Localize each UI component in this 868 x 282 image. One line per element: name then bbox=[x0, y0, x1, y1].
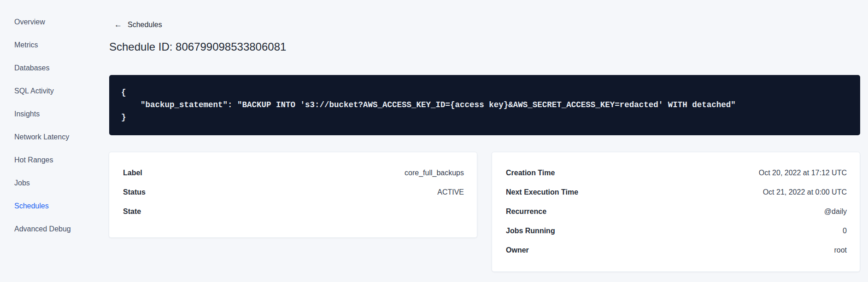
table-row: Jobs Running 0 bbox=[506, 221, 847, 241]
recurrence-row-value: @daily bbox=[824, 207, 847, 216]
next-execution-row-value: Oct 21, 2022 at 0:00 UTC bbox=[763, 188, 847, 196]
sidebar-item-hot-ranges[interactable]: Hot Ranges bbox=[14, 149, 109, 172]
sidebar-item-sql-activity[interactable]: SQL Activity bbox=[14, 80, 109, 103]
jobs-running-row-label: Jobs Running bbox=[506, 227, 555, 235]
backup-statement-code-block: { "backup_statement": "BACKUP INTO 's3:/… bbox=[109, 75, 860, 135]
creation-time-row-value: Oct 20, 2022 at 17:12 UTC bbox=[759, 169, 847, 177]
next-execution-row-label: Next Execution Time bbox=[506, 188, 578, 196]
sidebar-item-metrics[interactable]: Metrics bbox=[14, 34, 109, 57]
table-row: Recurrence @daily bbox=[506, 202, 847, 221]
label-row-label: Label bbox=[123, 169, 142, 177]
sidebar-item-advanced-debug[interactable]: Advanced Debug bbox=[14, 218, 109, 241]
back-link-label: Schedules bbox=[128, 20, 162, 29]
schedule-details-card: Label core_full_backups Status ACTIVE St… bbox=[109, 152, 477, 238]
main-content: ← Schedules Schedule ID: 806799098533806… bbox=[109, 0, 860, 272]
owner-row-label: Owner bbox=[506, 246, 529, 254]
sidebar-item-network-latency[interactable]: Network Latency bbox=[14, 126, 109, 149]
status-row-value: ACTIVE bbox=[437, 188, 464, 196]
table-row: Next Execution Time Oct 21, 2022 at 0:00… bbox=[506, 183, 847, 202]
backup-statement-code: { "backup_statement": "BACKUP INTO 's3:/… bbox=[121, 86, 848, 124]
table-row: State bbox=[123, 202, 464, 221]
table-row: Label core_full_backups bbox=[123, 163, 464, 183]
schedule-timing-card: Creation Time Oct 20, 2022 at 17:12 UTC … bbox=[492, 152, 860, 272]
sidebar-nav: Overview Metrics Databases SQL Activity … bbox=[0, 0, 109, 282]
sidebar-item-databases[interactable]: Databases bbox=[14, 57, 109, 80]
status-row-label: Status bbox=[123, 188, 146, 196]
table-row: Status ACTIVE bbox=[123, 183, 464, 202]
sidebar-item-overview[interactable]: Overview bbox=[14, 11, 109, 34]
back-to-schedules-link[interactable]: ← Schedules bbox=[114, 20, 162, 29]
recurrence-row-label: Recurrence bbox=[506, 207, 546, 216]
creation-time-row-label: Creation Time bbox=[506, 169, 555, 177]
detail-cards: Label core_full_backups Status ACTIVE St… bbox=[109, 152, 860, 272]
owner-row-value: root bbox=[834, 246, 847, 254]
back-arrow-icon: ← bbox=[114, 20, 122, 29]
table-row: Creation Time Oct 20, 2022 at 17:12 UTC bbox=[506, 163, 847, 183]
sidebar-item-schedules[interactable]: Schedules bbox=[14, 195, 109, 218]
state-row-label: State bbox=[123, 207, 141, 216]
page-title: Schedule ID: 806799098533806081 bbox=[109, 40, 860, 54]
jobs-running-row-value: 0 bbox=[843, 227, 847, 235]
sidebar-item-insights[interactable]: Insights bbox=[14, 103, 109, 126]
label-row-value: core_full_backups bbox=[405, 169, 464, 177]
sidebar-item-jobs[interactable]: Jobs bbox=[14, 172, 109, 195]
table-row: Owner root bbox=[506, 241, 847, 260]
